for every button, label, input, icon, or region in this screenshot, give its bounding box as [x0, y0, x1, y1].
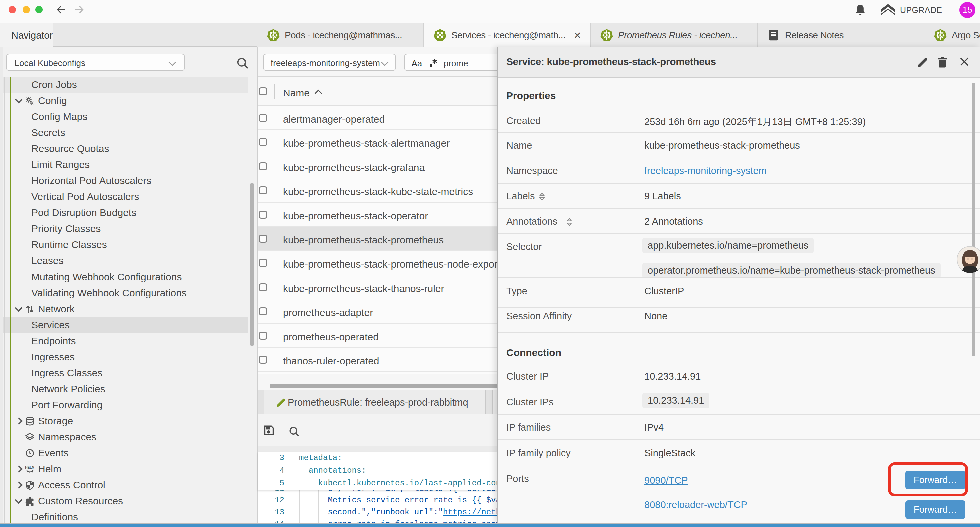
svg-text:HELM: HELM [25, 466, 34, 469]
